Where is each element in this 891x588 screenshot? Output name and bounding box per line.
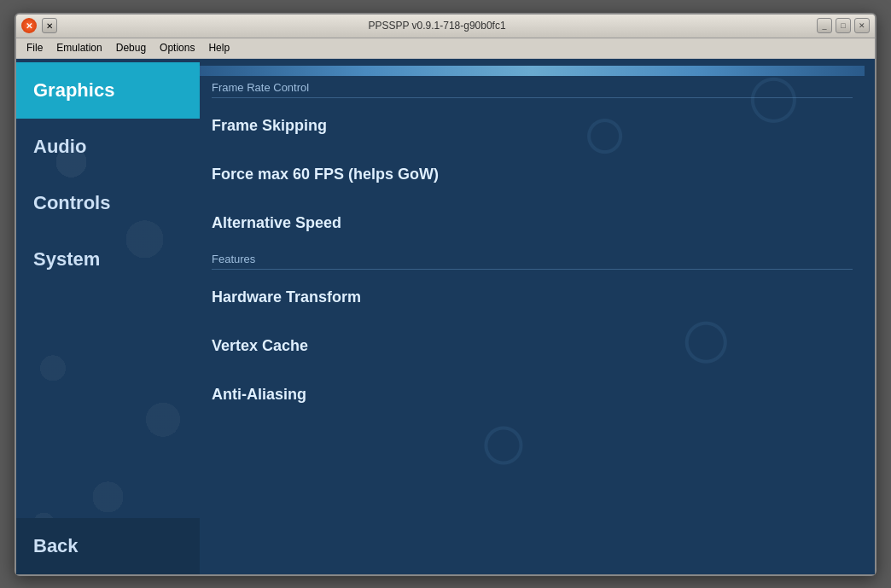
app-window: ✕ ✕ PPSSPP v0.9.1-718-g90b0fc1 _ □ ✕ Fil… <box>15 13 876 576</box>
section-header-frame-rate: Frame Rate Control <box>200 76 863 102</box>
section-header-features: Features <box>200 247 863 273</box>
settings-list[interactable]: Frame Rate Control Frame Skipping Force … <box>200 76 875 574</box>
title-bar-left: ✕ ✕ <box>21 18 57 33</box>
menu-help[interactable]: Help <box>201 40 236 55</box>
app-icon: ✕ <box>21 18 37 33</box>
menu-options[interactable]: Options <box>153 40 201 55</box>
sidebar-item-controls[interactable]: Controls <box>16 175 200 231</box>
title-bar-controls: _ □ ✕ <box>817 18 870 33</box>
title-bar: ✕ ✕ PPSSPP v0.9.1-718-g90b0fc1 _ □ ✕ <box>16 15 875 38</box>
window-title: PPSSPP v0.9.1-718-g90b0fc1 <box>368 20 505 32</box>
setting-force-max-fps[interactable]: Force max 60 FPS (helps GoW) <box>200 150 863 199</box>
close-title-button[interactable]: ✕ <box>854 18 870 33</box>
main-content: Frame Rate Control Frame Skipping Force … <box>200 59 875 574</box>
menu-emulation[interactable]: Emulation <box>50 40 108 55</box>
menu-debug[interactable]: Debug <box>109 40 153 55</box>
back-button[interactable]: Back <box>16 518 200 574</box>
menu-file[interactable]: File <box>20 40 50 55</box>
sidebar-item-graphics[interactable]: Graphics <box>16 62 200 119</box>
sidebar-item-audio[interactable]: Audio <box>16 119 200 175</box>
close-button[interactable]: ✕ <box>42 18 57 33</box>
setting-anti-aliasing[interactable]: Anti-Aliasing <box>200 370 863 419</box>
setting-hardware-transform[interactable]: Hardware Transform <box>200 273 863 322</box>
top-slider <box>200 66 865 76</box>
sidebar-item-system[interactable]: System <box>16 231 200 288</box>
maximize-button[interactable]: □ <box>836 18 851 33</box>
setting-frame-skipping[interactable]: Frame Skipping <box>200 102 863 150</box>
content-area: Graphics Audio Controls System Back <box>16 59 875 574</box>
setting-vertex-cache[interactable]: Vertex Cache <box>200 322 863 370</box>
sidebar-items: Graphics Audio Controls System <box>16 59 200 518</box>
setting-alternative-speed[interactable]: Alternative Speed <box>200 199 863 247</box>
minimize-button[interactable]: _ <box>817 18 832 33</box>
sidebar: Graphics Audio Controls System Back <box>16 59 200 574</box>
menu-bar: File Emulation Debug Options Help <box>16 38 875 59</box>
